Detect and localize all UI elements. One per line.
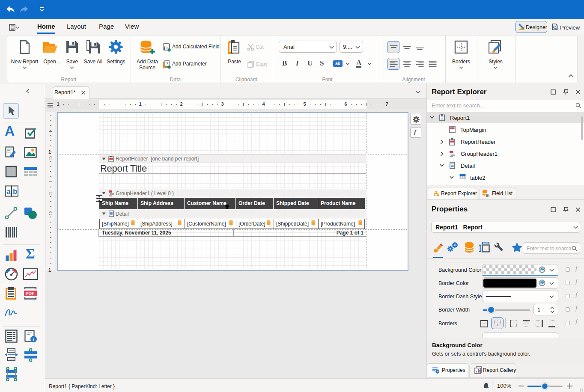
svg-text:a: a bbox=[6, 187, 11, 196]
svg-text:PDF: PDF bbox=[26, 291, 35, 296]
svg-text:?: ? bbox=[166, 62, 168, 66]
svg-text:b: b bbox=[13, 187, 17, 196]
svg-text:x: x bbox=[166, 46, 168, 50]
